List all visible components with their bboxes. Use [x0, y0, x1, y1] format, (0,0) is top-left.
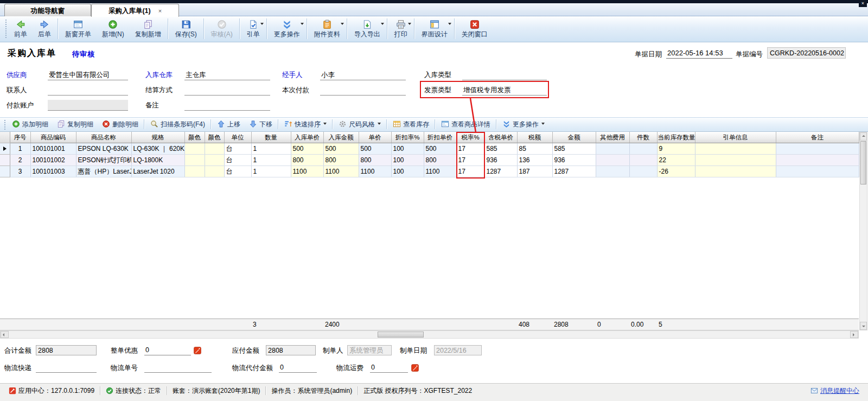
toolbar-grip[interactable] — [5, 20, 7, 38]
vertical-scrollbar[interactable] — [859, 132, 867, 330]
grid-cell[interactable]: 台 — [224, 155, 251, 166]
column-header-1[interactable]: 商品编码 — [30, 132, 76, 143]
scroll-down-icon[interactable] — [862, 326, 865, 327]
remark-field[interactable] — [184, 100, 270, 111]
settle-field[interactable] — [184, 85, 270, 96]
grid-cell[interactable]: 500 — [359, 143, 391, 155]
grid-cell[interactable]: 800 — [359, 155, 391, 166]
grid-cell[interactable] — [695, 155, 776, 166]
grid-cell[interactable]: LQ-630K ｜ 620K — [131, 143, 184, 155]
grid-cell[interactable] — [184, 155, 205, 166]
grid-cell[interactable] — [184, 166, 205, 177]
grid-cell[interactable]: 17 — [456, 155, 484, 166]
discount-edit-icon[interactable] — [194, 347, 201, 354]
grid-cell[interactable] — [629, 155, 657, 166]
grid-cell[interactable]: 台 — [224, 143, 251, 155]
grid-cell[interactable]: LQ-1800K — [131, 155, 184, 166]
grid-cell[interactable]: -26 — [657, 166, 695, 177]
scroll-right-icon[interactable] — [853, 333, 854, 336]
grid-cell[interactable]: 台 — [224, 166, 251, 177]
grid-cell[interactable]: 100101002 — [30, 155, 76, 166]
move-down-button[interactable]: 下移 — [245, 118, 277, 131]
scan-barcode-button[interactable]: 扫描条形码(F4) — [146, 118, 209, 131]
doc-date-field[interactable]: 2022-05-16 14:53 — [666, 48, 732, 59]
grid-cell[interactable]: 585 — [552, 143, 596, 155]
grid-cell[interactable] — [184, 143, 205, 155]
column-header-4[interactable]: 颜色 — [184, 132, 205, 143]
column-header-3[interactable]: 规格 — [131, 132, 184, 143]
grid-cell[interactable]: 惠普（HP）LaserJet — [76, 166, 131, 177]
message-center-link[interactable]: 消息提醒中心 — [805, 386, 865, 396]
more-actions-button[interactable]: 更多操作 — [269, 18, 305, 40]
grid-cell[interactable]: 936 — [484, 155, 517, 166]
column-header-6[interactable]: 单位 — [224, 132, 251, 143]
delete-detail-button[interactable]: 删除明细 — [98, 118, 143, 131]
grid-cell[interactable]: 1100 — [359, 166, 391, 177]
scroll-left-icon[interactable] — [3, 333, 4, 336]
import-export-button[interactable]: 导入导出 — [349, 18, 386, 40]
grid-cell[interactable] — [629, 166, 657, 177]
window-close-icon[interactable]: × — [859, 0, 867, 7]
grid-cell[interactable] — [205, 155, 224, 166]
grid-cell[interactable]: 17 — [456, 166, 484, 177]
grid-cell[interactable]: LaserJet 1020 — [131, 166, 184, 177]
next-doc-button[interactable]: 后单 — [33, 18, 56, 40]
column-header-21[interactable]: 备注 — [776, 132, 859, 143]
scrollbar-thumb[interactable] — [378, 332, 424, 338]
grid-cell[interactable] — [776, 143, 859, 155]
grid-cell[interactable] — [596, 155, 629, 166]
grid-cell[interactable]: 187 — [517, 166, 552, 177]
logistics-fee-edit-icon[interactable] — [411, 364, 419, 372]
grid-cell[interactable]: 100101001 — [30, 143, 76, 155]
column-header-9[interactable]: 入库金额 — [323, 132, 359, 143]
grid-cell[interactable] — [596, 143, 629, 155]
grid-cell[interactable]: 1287 — [484, 166, 517, 177]
more-detail-actions-button[interactable]: 更多操作 — [498, 118, 549, 131]
grid-cell[interactable]: 100 — [391, 155, 424, 166]
tab-purchase-inbound[interactable]: 采购入库单(1)× — [91, 4, 179, 17]
grid-cell[interactable] — [596, 166, 629, 177]
grid-cell[interactable]: 9 — [657, 143, 695, 155]
grid-cell[interactable] — [776, 166, 859, 177]
column-header-19[interactable]: 当前库存数量 — [657, 132, 695, 143]
row-selector[interactable] — [0, 155, 10, 166]
scroll-up-icon[interactable] — [862, 135, 865, 137]
column-header-2[interactable]: 商品名称 — [76, 132, 131, 143]
grid-cell[interactable]: 1 — [251, 155, 291, 166]
grid-cell[interactable]: 100 — [391, 166, 424, 177]
pay-account-field[interactable] — [48, 100, 128, 111]
copy-detail-button[interactable]: 复制明细 — [53, 118, 98, 131]
grid-cell[interactable] — [205, 143, 224, 155]
grid-cell[interactable]: 1 — [10, 143, 30, 155]
contact-field[interactable] — [48, 85, 128, 96]
new-doc-button[interactable]: 新增(N) — [97, 18, 130, 40]
grid-cell[interactable]: 500 — [323, 143, 359, 155]
logistics-express-field[interactable] — [36, 362, 97, 373]
column-header-14[interactable]: 含税单价 — [484, 132, 517, 143]
grid-cell[interactable]: 1100 — [323, 166, 359, 177]
column-header-12[interactable]: 折扣单价 — [424, 132, 456, 143]
toolbar-grip[interactable] — [4, 120, 5, 130]
grid-cell[interactable]: 3 — [10, 166, 30, 177]
grid-cell[interactable]: 585 — [484, 143, 517, 155]
tab-nav-window[interactable]: 功能导航窗 — [4, 4, 91, 16]
grid-cell[interactable]: 500 — [291, 143, 323, 155]
attachments-button[interactable]: 附件资料 — [309, 18, 346, 40]
column-header-16[interactable]: 金额 — [552, 132, 596, 143]
grid-cell[interactable]: 1 — [251, 143, 291, 155]
column-header-5[interactable]: 颜色 — [205, 132, 224, 143]
inbound-type-field[interactable] — [462, 69, 547, 80]
size-style-button[interactable]: 尺码风格 — [334, 118, 385, 131]
grid-cell[interactable]: 800 — [323, 155, 359, 166]
view-stock-button[interactable]: 查看库存 — [388, 118, 433, 131]
add-detail-button[interactable]: 添加明细 — [8, 118, 53, 131]
invoice-type-field[interactable]: 增值税专用发票 — [462, 85, 547, 96]
close-window-button[interactable]: 关闭窗口 — [456, 18, 493, 40]
new-window-doc-button[interactable]: 新窗开单 — [60, 18, 97, 40]
grid-cell[interactable]: EPSON针式打印机 — [76, 155, 131, 166]
grid-cell[interactable]: EPSON LQ-630K — [76, 143, 131, 155]
grid-cell[interactable]: 22 — [657, 155, 695, 166]
logistics-no-field[interactable] — [144, 362, 212, 373]
move-up-button[interactable]: 上移 — [213, 118, 245, 131]
save-button[interactable]: 保存(S) — [170, 18, 202, 40]
